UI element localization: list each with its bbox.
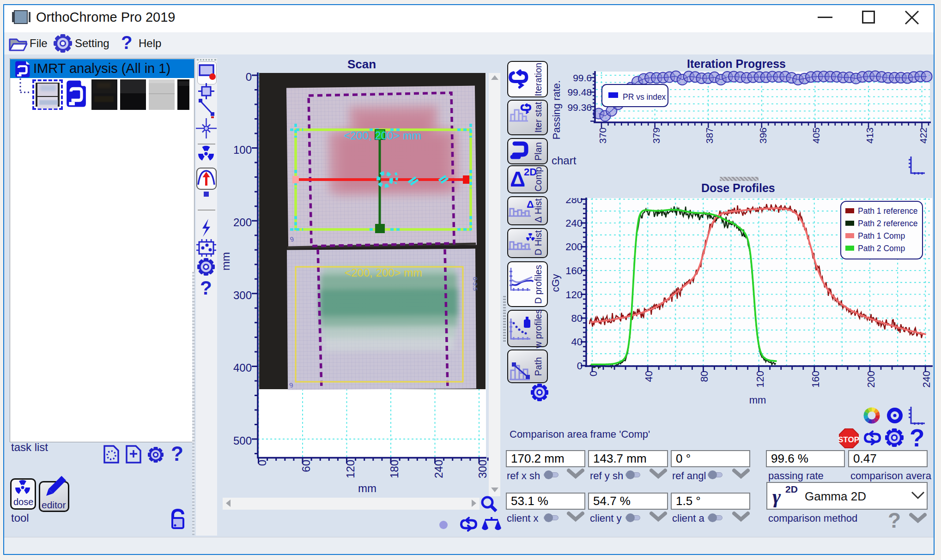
svg-text:STOP: STOP (838, 435, 859, 444)
